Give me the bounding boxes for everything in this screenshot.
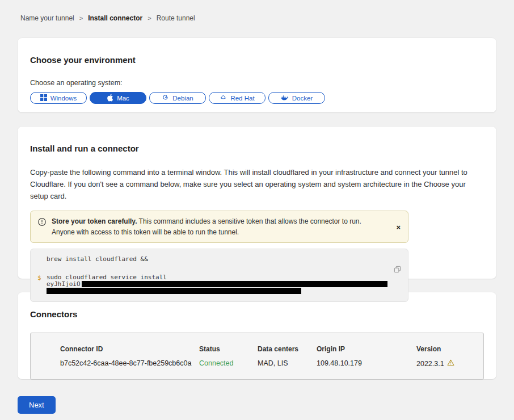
close-icon[interactable]: × [396,223,401,230]
warning-triangle-icon [447,359,454,368]
docker-icon [281,94,289,102]
breadcrumb-separator: > [148,15,151,22]
table-header-row: Connector ID Status Data centers Origin … [60,345,483,353]
code-line-token: eyJhIjoiO [47,281,400,287]
data-centers-value: MAD, LIS [258,359,317,368]
os-button-label: Docker [292,95,313,102]
connectors-card: Connectors Connector ID Status Data cent… [18,292,496,379]
origin-ip-value: 109.48.10.179 [317,359,416,368]
environment-card-title: Choose your environment [30,55,484,65]
code-line-token-2 [47,288,400,294]
os-select-label: Choose an operating system: [30,79,484,87]
header-version: Version [416,345,483,353]
install-connector-card: Install and run a connector Copy-paste t… [18,127,496,279]
header-data-centers: Data centers [258,345,317,353]
windows-icon [40,94,47,102]
connectors-table: Connector ID Status Data centers Origin … [30,333,484,380]
redhat-icon [220,94,227,102]
code-line-brew: brew install cloudflared && [47,256,400,262]
token-warning-bold: Store your token carefully. [52,217,137,225]
version-value: 2022.3.1 [416,359,483,368]
header-origin-ip: Origin IP [317,345,416,353]
breadcrumb: Name your tunnel > Install connector > R… [0,0,514,22]
breadcrumb-route-tunnel[interactable]: Route tunnel [157,14,195,22]
header-status: Status [199,345,258,353]
redacted-token-bar [82,281,387,287]
os-button-label: Windows [50,95,77,102]
code-line-sudo: sudo cloudflared service install [47,274,400,280]
token-warning-text: Store your token carefully. This command… [52,216,383,237]
os-button-group: Windows Mac Debian Red Hat Docker [30,92,484,104]
next-button[interactable]: Next [18,396,56,414]
os-button-label: Debian [172,95,193,102]
debian-icon [162,94,169,102]
apple-icon [107,94,113,103]
os-button-redhat[interactable]: Red Hat [209,92,266,104]
breadcrumb-install-connector[interactable]: Install connector [88,14,142,22]
install-card-title: Install and run a connector [30,144,484,153]
os-button-label: Red Hat [230,95,254,102]
status-badge: Connected [199,359,258,368]
choose-environment-card: Choose your environment Choose an operat… [18,38,496,112]
version-number: 2022.3.1 [416,360,444,368]
header-connector-id: Connector ID [60,345,199,353]
connector-id-value: b7c52c42-6caa-48ee-8c77-fbe259cb6c0a [60,359,199,368]
breadcrumb-separator: > [79,15,83,22]
os-button-mac[interactable]: Mac [90,92,146,104]
token-warning-banner: Store your token carefully. This command… [30,211,408,243]
connectors-card-title: Connectors [30,309,484,319]
breadcrumb-name-your-tunnel[interactable]: Name your tunnel [20,14,74,22]
os-button-windows[interactable]: Windows [30,92,87,104]
os-button-label: Mac [117,95,129,102]
os-button-docker[interactable]: Docker [268,92,325,104]
os-button-debian[interactable]: Debian [149,92,206,104]
info-circle-icon [37,216,47,237]
terminal-prompt: $ [37,274,41,282]
redacted-token-bar [47,288,301,294]
install-command-codeblock: $ brew install cloudflared && sudo cloud… [30,249,408,302]
copy-icon[interactable] [393,265,402,275]
token-prefix: eyJhIjoiO [47,280,81,288]
install-description: Copy-paste the following command into a … [30,166,484,202]
table-row: b7c52c42-6caa-48ee-8c77-fbe259cb6c0a Con… [60,359,483,368]
